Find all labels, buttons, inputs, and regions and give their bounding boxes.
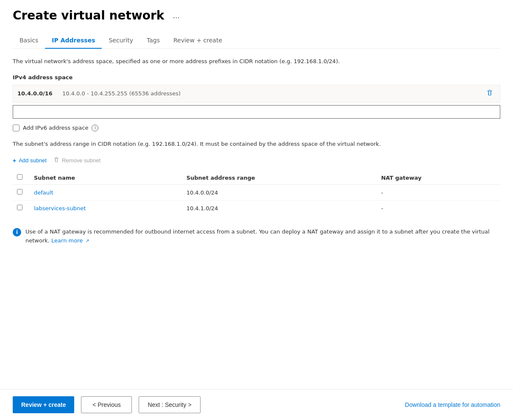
subnet-nat-labservices: - (377, 200, 500, 216)
address-space-description: The virtual network's address space, spe… (13, 57, 500, 66)
download-template-button[interactable]: Download a template for automation (405, 398, 500, 412)
learn-more-link[interactable]: Learn more ↗ (51, 237, 89, 244)
address-cidr: 10.4.0.0/16 (17, 90, 56, 97)
subnet-name-default: default (30, 185, 182, 200)
review-create-button[interactable]: Review + create (13, 396, 74, 413)
tab-review-create[interactable]: Review + create (167, 33, 229, 49)
previous-button[interactable]: < Previous (81, 396, 132, 413)
subnet-name-labservices: labservices-subnet (30, 200, 182, 216)
plus-icon: + (13, 157, 16, 164)
address-entry-row: 10.4.0.0/16 10.4.0.0 - 10.4.255.255 (655… (13, 85, 500, 103)
select-row-default-checkbox[interactable] (17, 189, 22, 195)
next-security-button[interactable]: Next : Security > (139, 396, 200, 413)
subnet-table: Subnet name Subnet address range NAT gat… (13, 171, 500, 216)
nat-info-banner: i Use of a NAT gateway is recommended fo… (13, 223, 500, 250)
ellipsis-menu-button[interactable]: ... (169, 9, 183, 22)
table-header-checkbox (13, 171, 30, 185)
col-header-nat-gateway: NAT gateway (377, 171, 500, 185)
delete-address-button[interactable] (484, 89, 496, 99)
col-header-subnet-name: Subnet name (30, 171, 182, 185)
subnet-nat-default: - (377, 185, 500, 200)
subnet-range-default: 10.4.0.0/24 (182, 185, 377, 200)
subnet-description: The subnet's address range in CIDR notat… (13, 140, 500, 149)
subnet-link-labservices[interactable]: labservices-subnet (34, 205, 86, 211)
table-row: default 10.4.0.0/24 - (13, 185, 500, 200)
subnet-range-labservices: 10.4.1.0/24 (182, 200, 377, 216)
ipv6-checkbox-row: Add IPv6 address space i (13, 125, 500, 131)
add-subnet-button[interactable]: + Add subnet (13, 156, 47, 166)
remove-subnet-label: Remove subnet (62, 157, 100, 164)
add-subnet-label: Add subnet (19, 157, 47, 164)
footer: Review + create < Previous Next : Securi… (0, 389, 513, 420)
ipv6-info-icon[interactable]: i (92, 125, 98, 131)
tab-ip-addresses[interactable]: IP Addresses (45, 33, 102, 49)
subnet-link-default[interactable]: default (34, 189, 53, 196)
row-checkbox-labservices (13, 200, 30, 216)
ipv4-section-label: IPv4 address space (13, 74, 500, 81)
add-ipv6-label[interactable]: Add IPv6 address space (23, 125, 88, 131)
select-all-checkbox[interactable] (17, 174, 22, 180)
remove-subnet-button[interactable]: Remove subnet (53, 155, 100, 166)
external-link-icon: ↗ (85, 238, 89, 244)
trash-icon (53, 157, 59, 164)
tab-security[interactable]: Security (102, 33, 140, 49)
add-ipv6-checkbox[interactable] (13, 125, 20, 131)
address-range: 10.4.0.0 - 10.4.255.255 (65536 addresses… (62, 90, 477, 97)
content-area: The virtual network's address space, spe… (13, 57, 500, 259)
page-title: Create virtual network (13, 8, 164, 22)
address-space-input[interactable] (13, 105, 500, 119)
col-header-address-range: Subnet address range (182, 171, 377, 185)
subnet-actions: + Add subnet Remove subnet (13, 155, 500, 166)
tabs-container: Basics IP Addresses Security Tags Review… (13, 33, 500, 49)
row-checkbox-default (13, 185, 30, 200)
tab-tags[interactable]: Tags (140, 33, 167, 49)
select-row-labservices-checkbox[interactable] (17, 205, 22, 210)
table-row: labservices-subnet 10.4.1.0/24 - (13, 200, 500, 216)
info-circle-icon: i (13, 228, 21, 236)
tab-basics[interactable]: Basics (13, 33, 45, 49)
nat-info-text: Use of a NAT gateway is recommended for … (25, 228, 500, 245)
